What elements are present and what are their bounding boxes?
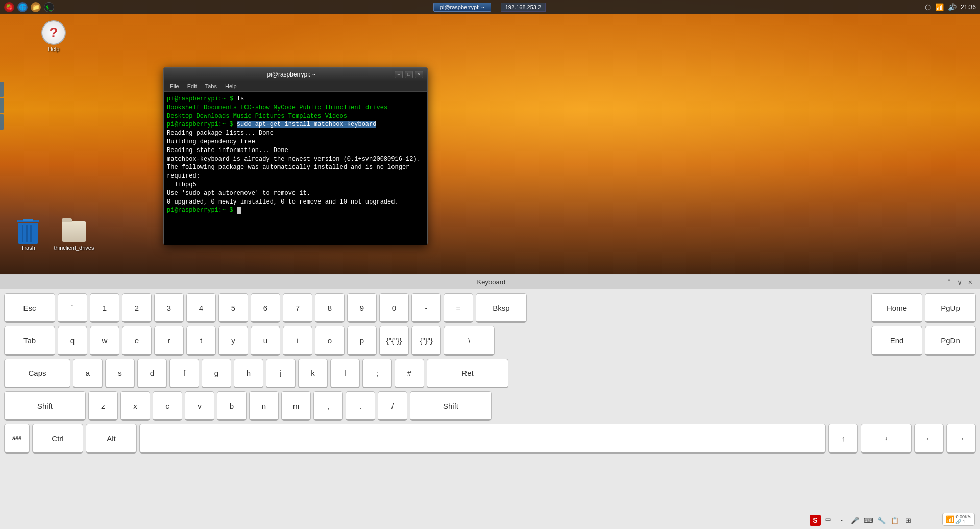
terminal-line-4: pi@raspberrypi:~ $ sudo apt-get install … [167, 120, 424, 129]
key-5[interactable]: 5 [218, 293, 248, 323]
key-end[interactable]: End [871, 326, 922, 356]
key-down-arrow[interactable]: ↓ [861, 424, 912, 454]
key-q[interactable]: q [58, 326, 87, 356]
key-r[interactable]: r [154, 326, 184, 356]
key-rbrace[interactable]: {"}"} [411, 326, 441, 356]
terminal-icon-taskbar[interactable]: $_ [44, 2, 54, 12]
key-x[interactable]: x [120, 391, 150, 421]
terminal-body[interactable]: pi@raspberrypi:~ $ ls Bookshelf Document… [164, 92, 427, 245]
ime-dot-icon[interactable]: • [836, 515, 847, 526]
key-p[interactable]: p [347, 326, 377, 356]
key-9[interactable]: 9 [347, 293, 377, 323]
key-w[interactable]: w [90, 326, 119, 356]
taskbar-spacer: | [493, 5, 499, 10]
keyboard-maximize-btn[interactable]: ∨ [955, 278, 964, 286]
key-c[interactable]: c [153, 391, 182, 421]
key-8[interactable]: 8 [315, 293, 345, 323]
key-space[interactable] [139, 424, 826, 454]
key-b[interactable]: b [217, 391, 247, 421]
key-shift-left[interactable]: Shift [4, 391, 86, 421]
folder-icon-taskbar[interactable]: 📁 [31, 2, 41, 12]
key-ret[interactable]: Ret [427, 359, 508, 388]
terminal-menu-tabs[interactable]: Tabs [201, 82, 221, 90]
key-0[interactable]: 0 [379, 293, 409, 323]
key-j[interactable]: j [266, 359, 296, 388]
key-d[interactable]: d [137, 359, 167, 388]
key-home[interactable]: Home [871, 293, 922, 323]
key-minus[interactable]: - [411, 293, 441, 323]
key-caps[interactable]: Caps [4, 359, 70, 388]
ime-s-icon[interactable]: S [810, 515, 821, 526]
key-2[interactable]: 2 [122, 293, 152, 323]
taskbar-ip: 192.168.253.2 [501, 3, 546, 12]
key-3[interactable]: 3 [154, 293, 184, 323]
key-t[interactable]: t [186, 326, 216, 356]
keyboard-close-btn[interactable]: × [967, 278, 974, 286]
term-out-10: libpq5 [167, 181, 197, 188]
terminal-maximize-btn[interactable]: □ [405, 71, 413, 78]
key-hash[interactable]: # [395, 359, 424, 388]
desktop-icon-trash[interactable]: Trash [8, 219, 48, 251]
key-a[interactable]: a [73, 359, 103, 388]
key-k[interactable]: k [298, 359, 328, 388]
terminal-menu-help[interactable]: Help [221, 82, 241, 90]
key-right-arrow[interactable]: → [946, 424, 976, 454]
key-s[interactable]: s [105, 359, 135, 388]
terminal-menu-edit[interactable]: Edit [183, 82, 201, 90]
key-up-arrow[interactable]: ↑ [828, 424, 858, 454]
key-l[interactable]: l [330, 359, 360, 388]
key-z[interactable]: z [88, 391, 118, 421]
network-speed-widget[interactable]: 📶 0.00K/s 🔗 1 [942, 513, 975, 526]
ime-clip-icon[interactable]: 📋 [889, 515, 900, 526]
key-4[interactable]: 4 [186, 293, 216, 323]
terminal-close-btn[interactable]: × [415, 71, 423, 78]
key-alt[interactable]: Alt [86, 424, 137, 454]
ime-tool-icon[interactable]: 🔧 [876, 515, 887, 526]
key-e[interactable]: e [122, 326, 152, 356]
ime-mic-icon[interactable]: 🎤 [849, 515, 861, 526]
key-n[interactable]: n [249, 391, 279, 421]
key-u[interactable]: u [251, 326, 280, 356]
key-g[interactable]: g [202, 359, 231, 388]
ime-keyboard-icon2[interactable]: ⌨ [863, 515, 874, 526]
key-o[interactable]: o [315, 326, 345, 356]
keyboard-minimize-btn[interactable]: ˄ [946, 278, 952, 286]
key-i[interactable]: i [283, 326, 312, 356]
key-7[interactable]: 7 [283, 293, 312, 323]
key-lbrace[interactable]: {"{"}} [379, 326, 409, 356]
key-equals[interactable]: = [444, 293, 473, 323]
key-1[interactable]: 1 [90, 293, 119, 323]
key-bksp[interactable]: Bksp [476, 293, 527, 323]
key-shift-right[interactable]: Shift [410, 391, 492, 421]
key-special-chars[interactable]: äëë [4, 424, 30, 454]
raspberry-icon[interactable]: 🍓 [4, 2, 14, 12]
key-f[interactable]: f [169, 359, 199, 388]
ime-chinese-icon[interactable]: 中 [823, 515, 834, 526]
key-backtick[interactable]: ` [58, 293, 87, 323]
key-m[interactable]: m [281, 391, 311, 421]
key-h[interactable]: h [234, 359, 263, 388]
globe-icon[interactable]: 🌐 [17, 2, 28, 12]
key-period[interactable]: . [346, 391, 375, 421]
ime-grid-icon[interactable]: ⊞ [902, 515, 914, 526]
taskbar-terminal-button[interactable]: pi@raspberrypi: ~ [433, 3, 491, 12]
key-left-arrow[interactable]: ← [914, 424, 944, 454]
terminal-minimize-btn[interactable]: − [395, 71, 403, 78]
key-semicolon[interactable]: ; [362, 359, 392, 388]
key-6[interactable]: 6 [251, 293, 280, 323]
desktop-icon-thinclient[interactable]: thinclient_drives [54, 219, 94, 251]
desktop-icon-help[interactable]: ? Help [33, 20, 74, 52]
terminal-title: pi@raspberrypi: ~ [188, 71, 395, 78]
key-tab[interactable]: Tab [4, 326, 55, 356]
key-pgdn[interactable]: PgDn [925, 326, 976, 356]
key-pgup[interactable]: PgUp [925, 293, 976, 323]
key-comma[interactable]: , [313, 391, 343, 421]
key-slash[interactable]: / [378, 391, 407, 421]
key-backslash[interactable]: \ [444, 326, 495, 356]
key-y[interactable]: y [218, 326, 248, 356]
key-ctrl[interactable]: Ctrl [32, 424, 83, 454]
key-esc[interactable]: Esc [4, 293, 55, 323]
key-v[interactable]: v [185, 391, 214, 421]
key-row-numbers: Esc ` 1 2 3 4 5 6 7 8 9 0 - = Bksp Home … [4, 293, 976, 323]
terminal-menu-file[interactable]: File [166, 82, 183, 90]
